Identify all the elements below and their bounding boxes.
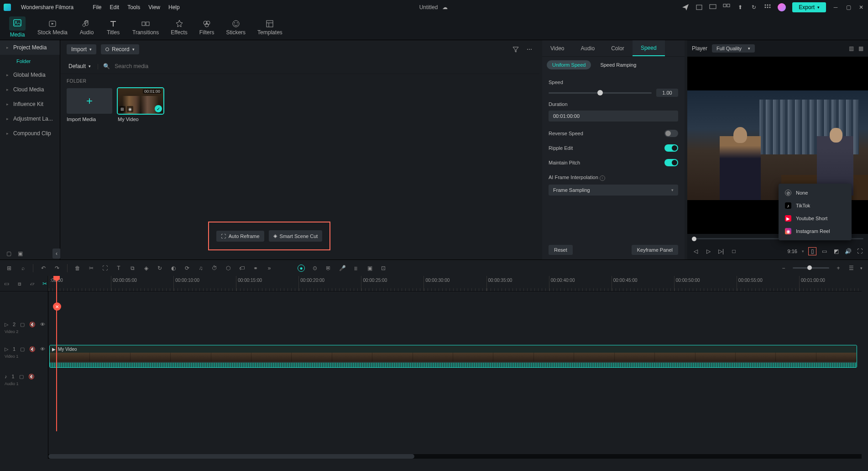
menu-file[interactable]: File bbox=[93, 4, 101, 11]
interpolation-select[interactable]: Frame Sampling▾ bbox=[549, 185, 678, 196]
mute-icon[interactable]: 🔇 bbox=[29, 346, 36, 352]
track-display-icon[interactable]: ☰ bbox=[847, 265, 855, 272]
tab-audio[interactable]: Audio bbox=[76, 17, 98, 37]
playhead[interactable] bbox=[56, 276, 57, 431]
tab-titles[interactable]: Titles bbox=[102, 17, 124, 37]
track-lane-audio1[interactable] bbox=[48, 371, 862, 389]
user-avatar[interactable] bbox=[778, 3, 786, 11]
history-icon[interactable]: ↻ bbox=[750, 4, 758, 11]
lock-icon[interactable]: ▢ bbox=[20, 346, 25, 352]
text-button[interactable]: T bbox=[115, 265, 122, 272]
aspect-portrait-button[interactable]: ▯ bbox=[809, 248, 816, 255]
play-button[interactable]: ▷ bbox=[705, 248, 712, 255]
sidebar-global-media[interactable]: ▸Global Media bbox=[0, 68, 60, 82]
quality-select[interactable]: Full Quality▾ bbox=[712, 44, 755, 53]
rotate-button[interactable]: ↻ bbox=[156, 265, 163, 272]
subtab-uniform-speed[interactable]: Uniform Speed bbox=[547, 60, 591, 69]
social-tiktok[interactable]: ♪TikTok bbox=[779, 199, 852, 212]
duration-input[interactable]: 00:01:00:00 bbox=[549, 111, 678, 122]
menu-help[interactable]: Help bbox=[168, 4, 180, 11]
timeline-cut-icon[interactable]: ✂ bbox=[42, 280, 48, 287]
detach-audio-icon[interactable]: ♫ bbox=[197, 265, 204, 272]
prop-tab-speed[interactable]: Speed bbox=[633, 40, 665, 56]
record-vo-icon[interactable]: ⊙ bbox=[311, 265, 319, 272]
menu-edit[interactable]: Edit bbox=[110, 4, 120, 11]
visible-icon[interactable]: 👁 bbox=[40, 346, 45, 352]
aspect-chevron-icon[interactable]: ▾ bbox=[802, 249, 804, 254]
arrange-icon[interactable]: ⊞ bbox=[5, 265, 13, 272]
marker-icon[interactable]: ⬡ bbox=[225, 265, 232, 272]
next-frame-button[interactable]: ▷| bbox=[717, 248, 725, 255]
sidebar-adjustment-layer[interactable]: ▸Adjustment La... bbox=[0, 111, 60, 126]
sidebar-folder[interactable]: Folder bbox=[0, 55, 60, 68]
search-input[interactable] bbox=[115, 63, 533, 69]
tab-stock-media[interactable]: Stock Media bbox=[34, 17, 71, 37]
new-bin-icon[interactable]: ▣ bbox=[18, 250, 23, 257]
track-lane-video1[interactable]: ▶My Video bbox=[48, 344, 862, 369]
shield-icon[interactable]: ⛨ bbox=[325, 265, 332, 272]
timeline-opt1-icon[interactable]: ▭ bbox=[4, 280, 10, 287]
visible-icon[interactable]: 👁 bbox=[40, 322, 45, 328]
track-button[interactable]: ◈ bbox=[142, 265, 150, 272]
lock-icon[interactable]: ▢ bbox=[20, 322, 25, 328]
apps-icon[interactable] bbox=[764, 4, 771, 11]
speed-tool-icon[interactable]: ⟳ bbox=[183, 265, 191, 272]
lock-icon[interactable]: ▢ bbox=[19, 374, 24, 380]
filter-icon[interactable] bbox=[512, 46, 519, 53]
cut-marker[interactable]: ✕ bbox=[53, 302, 61, 311]
prop-tab-video[interactable]: Video bbox=[542, 40, 572, 56]
mixer-icon[interactable]: ⫼ bbox=[352, 265, 360, 272]
new-folder-icon[interactable]: ▢ bbox=[6, 250, 11, 257]
subtab-speed-ramping[interactable]: Speed Ramping bbox=[595, 60, 642, 69]
timeline-opt2-icon[interactable]: ⧈ bbox=[16, 280, 23, 287]
track-head-audio1[interactable]: ♪1▢🔇 Audio 1 bbox=[0, 371, 48, 389]
fullscreen-icon[interactable]: ⛶ bbox=[856, 248, 863, 255]
color-button[interactable]: ◐ bbox=[170, 265, 177, 272]
undo-button[interactable]: ↶ bbox=[40, 265, 47, 272]
social-youtube-short[interactable]: ▶Youtube Short bbox=[779, 212, 852, 225]
track-head-video2[interactable]: ▷2▢🔇👁 Video 2 bbox=[0, 319, 48, 342]
pitch-toggle[interactable] bbox=[664, 159, 678, 166]
volume-icon[interactable]: 🔊 bbox=[844, 248, 852, 255]
camera-icon[interactable]: ◩ bbox=[832, 248, 840, 255]
sidebar-influence-kit[interactable]: ▸Influence Kit bbox=[0, 97, 60, 111]
prop-tab-audio[interactable]: Audio bbox=[572, 40, 603, 56]
mute-icon[interactable]: 🔇 bbox=[28, 374, 35, 380]
more-tools-icon[interactable]: » bbox=[266, 265, 273, 272]
more-icon[interactable]: ⋯ bbox=[526, 46, 533, 53]
copy-button[interactable]: ⧉ bbox=[129, 265, 136, 272]
social-none[interactable]: ⊘None bbox=[779, 186, 852, 199]
tab-media[interactable]: Media bbox=[5, 15, 29, 40]
close-button[interactable]: ✕ bbox=[858, 4, 864, 11]
menu-tools[interactable]: Tools bbox=[127, 4, 140, 11]
sort-dropdown[interactable]: Default▾ bbox=[67, 62, 93, 70]
cut-button[interactable]: ✂ bbox=[88, 265, 95, 272]
track-display-chevron[interactable]: ▾ bbox=[860, 266, 863, 270]
maximize-button[interactable]: ▢ bbox=[845, 4, 852, 11]
magnet-icon[interactable]: ⌕ bbox=[19, 265, 26, 272]
snapshot-icon[interactable]: ▦ bbox=[858, 45, 863, 52]
adjust-icon[interactable]: ▣ bbox=[366, 265, 373, 272]
track-head-video1[interactable]: ▷1▢🔇👁 Video 1 bbox=[0, 344, 48, 369]
clip-my-video[interactable]: ▶My Video bbox=[49, 345, 857, 368]
send-icon[interactable] bbox=[682, 4, 689, 11]
zoom-slider[interactable] bbox=[793, 267, 829, 269]
import-button[interactable]: Import▾ bbox=[67, 44, 96, 54]
link-icon[interactable]: ⚭ bbox=[252, 265, 259, 272]
mute-icon[interactable]: 🔇 bbox=[29, 322, 36, 328]
sidebar-cloud-media[interactable]: ▸Cloud Media bbox=[0, 82, 60, 97]
import-media-card[interactable]: + Import Media bbox=[67, 88, 112, 122]
prev-frame-button[interactable]: ◁ bbox=[692, 248, 699, 255]
render-preview-button[interactable]: ● bbox=[298, 265, 305, 272]
timer-icon[interactable]: ⏱ bbox=[211, 265, 218, 272]
tab-stickers[interactable]: Stickers bbox=[222, 17, 249, 37]
crop-button[interactable]: ⛶ bbox=[101, 265, 109, 272]
timeline-scrollbar[interactable] bbox=[48, 454, 862, 459]
upload-icon[interactable]: ⬆ bbox=[737, 4, 744, 11]
export-button[interactable]: Export▾ bbox=[792, 2, 826, 12]
tag-icon[interactable]: 🏷 bbox=[238, 265, 246, 272]
auto-reframe-button[interactable]: ⛶Auto Reframe bbox=[216, 231, 264, 242]
timeline-opt3-icon[interactable]: ▱ bbox=[29, 280, 36, 287]
info-icon[interactable]: i bbox=[600, 175, 605, 181]
monitor-icon[interactable] bbox=[709, 4, 716, 11]
